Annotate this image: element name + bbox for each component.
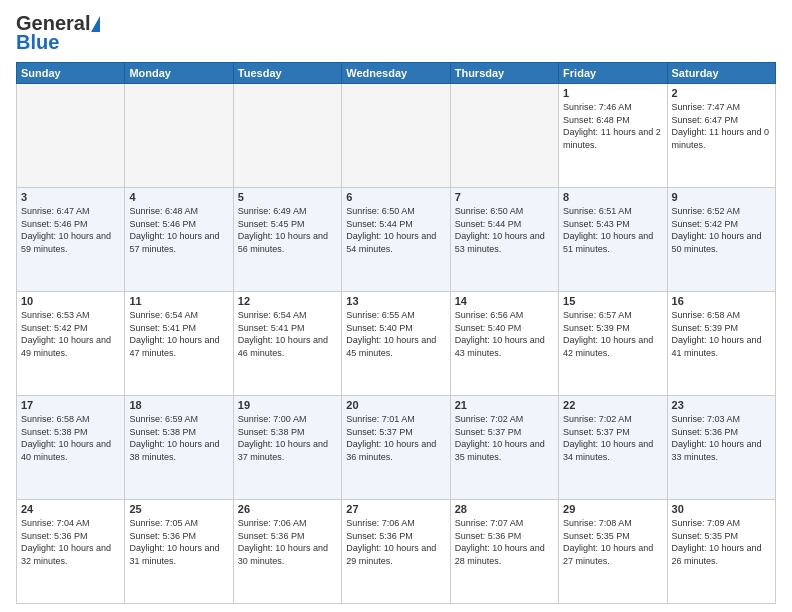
day-number: 9 — [672, 191, 771, 203]
day-number: 29 — [563, 503, 662, 515]
day-number: 26 — [238, 503, 337, 515]
day-info: Sunrise: 6:54 AMSunset: 5:41 PMDaylight:… — [238, 309, 337, 359]
weekday-header-monday: Monday — [125, 63, 233, 84]
day-info: Sunrise: 7:47 AMSunset: 6:47 PMDaylight:… — [672, 101, 771, 151]
day-cell: 26Sunrise: 7:06 AMSunset: 5:36 PMDayligh… — [233, 500, 341, 604]
page: General Blue SundayMondayTuesdayWednesda… — [0, 0, 792, 612]
logo-triangle-icon — [91, 16, 100, 32]
week-row-5: 24Sunrise: 7:04 AMSunset: 5:36 PMDayligh… — [17, 500, 776, 604]
weekday-header-wednesday: Wednesday — [342, 63, 450, 84]
day-cell: 3Sunrise: 6:47 AMSunset: 5:46 PMDaylight… — [17, 188, 125, 292]
weekday-header-tuesday: Tuesday — [233, 63, 341, 84]
day-number: 7 — [455, 191, 554, 203]
day-cell: 9Sunrise: 6:52 AMSunset: 5:42 PMDaylight… — [667, 188, 775, 292]
day-cell — [342, 84, 450, 188]
day-cell: 21Sunrise: 7:02 AMSunset: 5:37 PMDayligh… — [450, 396, 558, 500]
day-number: 16 — [672, 295, 771, 307]
day-cell — [17, 84, 125, 188]
day-number: 23 — [672, 399, 771, 411]
day-number: 27 — [346, 503, 445, 515]
week-row-3: 10Sunrise: 6:53 AMSunset: 5:42 PMDayligh… — [17, 292, 776, 396]
day-number: 3 — [21, 191, 120, 203]
day-cell: 17Sunrise: 6:58 AMSunset: 5:38 PMDayligh… — [17, 396, 125, 500]
day-number: 12 — [238, 295, 337, 307]
day-info: Sunrise: 6:48 AMSunset: 5:46 PMDaylight:… — [129, 205, 228, 255]
day-info: Sunrise: 7:46 AMSunset: 6:48 PMDaylight:… — [563, 101, 662, 151]
calendar-table: SundayMondayTuesdayWednesdayThursdayFrid… — [16, 62, 776, 604]
day-number: 25 — [129, 503, 228, 515]
week-row-1: 1Sunrise: 7:46 AMSunset: 6:48 PMDaylight… — [17, 84, 776, 188]
day-cell: 2Sunrise: 7:47 AMSunset: 6:47 PMDaylight… — [667, 84, 775, 188]
day-number: 28 — [455, 503, 554, 515]
day-cell: 20Sunrise: 7:01 AMSunset: 5:37 PMDayligh… — [342, 396, 450, 500]
day-cell: 1Sunrise: 7:46 AMSunset: 6:48 PMDaylight… — [559, 84, 667, 188]
day-info: Sunrise: 7:05 AMSunset: 5:36 PMDaylight:… — [129, 517, 228, 567]
day-number: 14 — [455, 295, 554, 307]
day-info: Sunrise: 7:09 AMSunset: 5:35 PMDaylight:… — [672, 517, 771, 567]
day-info: Sunrise: 6:53 AMSunset: 5:42 PMDaylight:… — [21, 309, 120, 359]
day-number: 24 — [21, 503, 120, 515]
header: General Blue — [16, 12, 776, 54]
day-cell: 18Sunrise: 6:59 AMSunset: 5:38 PMDayligh… — [125, 396, 233, 500]
day-info: Sunrise: 7:04 AMSunset: 5:36 PMDaylight:… — [21, 517, 120, 567]
day-cell: 5Sunrise: 6:49 AMSunset: 5:45 PMDaylight… — [233, 188, 341, 292]
day-cell: 16Sunrise: 6:58 AMSunset: 5:39 PMDayligh… — [667, 292, 775, 396]
weekday-header-row: SundayMondayTuesdayWednesdayThursdayFrid… — [17, 63, 776, 84]
day-cell: 27Sunrise: 7:06 AMSunset: 5:36 PMDayligh… — [342, 500, 450, 604]
day-info: Sunrise: 7:07 AMSunset: 5:36 PMDaylight:… — [455, 517, 554, 567]
day-info: Sunrise: 7:08 AMSunset: 5:35 PMDaylight:… — [563, 517, 662, 567]
weekday-header-thursday: Thursday — [450, 63, 558, 84]
week-row-2: 3Sunrise: 6:47 AMSunset: 5:46 PMDaylight… — [17, 188, 776, 292]
day-info: Sunrise: 6:59 AMSunset: 5:38 PMDaylight:… — [129, 413, 228, 463]
day-info: Sunrise: 6:58 AMSunset: 5:39 PMDaylight:… — [672, 309, 771, 359]
day-number: 4 — [129, 191, 228, 203]
day-info: Sunrise: 6:49 AMSunset: 5:45 PMDaylight:… — [238, 205, 337, 255]
day-number: 6 — [346, 191, 445, 203]
weekday-header-sunday: Sunday — [17, 63, 125, 84]
day-info: Sunrise: 6:47 AMSunset: 5:46 PMDaylight:… — [21, 205, 120, 255]
day-cell: 7Sunrise: 6:50 AMSunset: 5:44 PMDaylight… — [450, 188, 558, 292]
day-number: 19 — [238, 399, 337, 411]
day-number: 21 — [455, 399, 554, 411]
day-number: 22 — [563, 399, 662, 411]
day-info: Sunrise: 7:03 AMSunset: 5:36 PMDaylight:… — [672, 413, 771, 463]
day-info: Sunrise: 6:50 AMSunset: 5:44 PMDaylight:… — [346, 205, 445, 255]
day-cell: 22Sunrise: 7:02 AMSunset: 5:37 PMDayligh… — [559, 396, 667, 500]
day-info: Sunrise: 7:00 AMSunset: 5:38 PMDaylight:… — [238, 413, 337, 463]
day-number: 10 — [21, 295, 120, 307]
day-cell: 4Sunrise: 6:48 AMSunset: 5:46 PMDaylight… — [125, 188, 233, 292]
day-number: 20 — [346, 399, 445, 411]
day-info: Sunrise: 7:06 AMSunset: 5:36 PMDaylight:… — [346, 517, 445, 567]
day-number: 17 — [21, 399, 120, 411]
day-cell — [125, 84, 233, 188]
day-cell: 12Sunrise: 6:54 AMSunset: 5:41 PMDayligh… — [233, 292, 341, 396]
day-cell: 29Sunrise: 7:08 AMSunset: 5:35 PMDayligh… — [559, 500, 667, 604]
day-number: 5 — [238, 191, 337, 203]
day-number: 13 — [346, 295, 445, 307]
day-cell: 19Sunrise: 7:00 AMSunset: 5:38 PMDayligh… — [233, 396, 341, 500]
day-info: Sunrise: 6:58 AMSunset: 5:38 PMDaylight:… — [21, 413, 120, 463]
day-cell: 14Sunrise: 6:56 AMSunset: 5:40 PMDayligh… — [450, 292, 558, 396]
day-number: 30 — [672, 503, 771, 515]
logo-blue-text: Blue — [16, 31, 59, 54]
day-cell — [450, 84, 558, 188]
day-cell: 15Sunrise: 6:57 AMSunset: 5:39 PMDayligh… — [559, 292, 667, 396]
weekday-header-saturday: Saturday — [667, 63, 775, 84]
day-number: 2 — [672, 87, 771, 99]
day-info: Sunrise: 7:02 AMSunset: 5:37 PMDaylight:… — [455, 413, 554, 463]
day-cell: 24Sunrise: 7:04 AMSunset: 5:36 PMDayligh… — [17, 500, 125, 604]
day-cell: 8Sunrise: 6:51 AMSunset: 5:43 PMDaylight… — [559, 188, 667, 292]
day-info: Sunrise: 6:52 AMSunset: 5:42 PMDaylight:… — [672, 205, 771, 255]
day-cell: 13Sunrise: 6:55 AMSunset: 5:40 PMDayligh… — [342, 292, 450, 396]
day-info: Sunrise: 6:56 AMSunset: 5:40 PMDaylight:… — [455, 309, 554, 359]
day-cell: 30Sunrise: 7:09 AMSunset: 5:35 PMDayligh… — [667, 500, 775, 604]
day-cell: 28Sunrise: 7:07 AMSunset: 5:36 PMDayligh… — [450, 500, 558, 604]
day-info: Sunrise: 6:57 AMSunset: 5:39 PMDaylight:… — [563, 309, 662, 359]
day-info: Sunrise: 7:01 AMSunset: 5:37 PMDaylight:… — [346, 413, 445, 463]
day-info: Sunrise: 7:02 AMSunset: 5:37 PMDaylight:… — [563, 413, 662, 463]
day-number: 15 — [563, 295, 662, 307]
day-number: 1 — [563, 87, 662, 99]
day-number: 18 — [129, 399, 228, 411]
day-cell: 11Sunrise: 6:54 AMSunset: 5:41 PMDayligh… — [125, 292, 233, 396]
day-info: Sunrise: 6:54 AMSunset: 5:41 PMDaylight:… — [129, 309, 228, 359]
